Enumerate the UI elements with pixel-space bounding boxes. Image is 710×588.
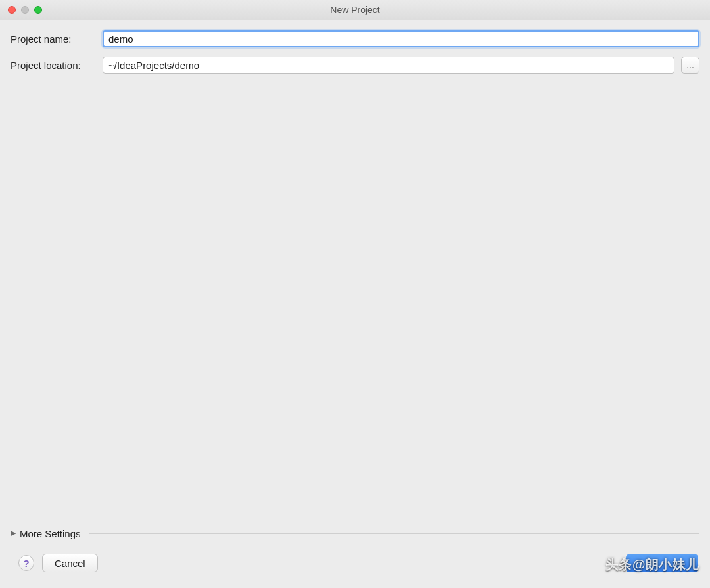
project-location-row: Project location: ... [11, 57, 699, 74]
dialog-footer: ? Cancel [11, 551, 699, 577]
dialog-content: Project name: Project location: ... ▶ Mo… [0, 20, 710, 588]
traffic-lights [8, 6, 42, 14]
more-settings-toggle[interactable]: ▶ More Settings [11, 528, 699, 539]
project-location-label: Project location: [11, 60, 96, 71]
form-area: Project name: Project location: ... [11, 30, 699, 83]
content-spacer [11, 83, 699, 528]
more-settings-divider [89, 533, 699, 534]
window-title: New Project [330, 5, 379, 15]
browse-location-button[interactable]: ... [681, 57, 699, 74]
project-location-input[interactable] [103, 57, 674, 74]
cancel-button[interactable]: Cancel [42, 554, 98, 572]
project-name-row: Project name: [11, 30, 699, 47]
maximize-window-button[interactable] [34, 6, 42, 14]
finish-button[interactable] [626, 554, 698, 572]
more-settings-label: More Settings [20, 528, 81, 539]
minimize-window-button[interactable] [21, 6, 29, 14]
close-window-button[interactable] [8, 6, 16, 14]
project-name-label: Project name: [11, 34, 96, 45]
window-titlebar: New Project [0, 0, 710, 20]
help-button[interactable]: ? [18, 555, 34, 571]
project-name-input[interactable] [103, 30, 699, 47]
chevron-right-icon: ▶ [11, 529, 16, 537]
